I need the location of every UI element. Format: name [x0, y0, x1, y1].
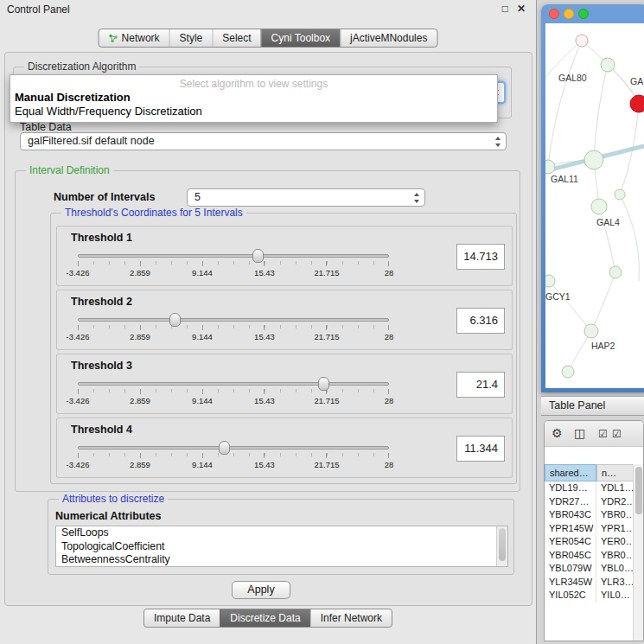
columns-icon[interactable]: ◫: [574, 426, 585, 440]
attributes-list[interactable]: SelfLoopsTopologicalCoefficientBetweenne…: [55, 526, 508, 567]
slider-track[interactable]: [78, 446, 389, 450]
select-all-icon[interactable]: ☑: [598, 428, 608, 440]
close-window-icon[interactable]: [549, 9, 559, 19]
network-edge: [548, 41, 582, 167]
tab-infer-network[interactable]: Infer Network: [310, 609, 392, 627]
table-row[interactable]: YLR345WYLR3…: [545, 576, 633, 590]
tick-labels: -3.4262.8599.14415.4321.71528: [78, 268, 389, 277]
tab-cyni-toolbox[interactable]: Cyni Toolbox: [261, 29, 340, 47]
zoom-window-icon[interactable]: [578, 9, 589, 19]
threshold-value[interactable]: 21.4: [456, 372, 505, 398]
tick-label: 2.859: [130, 460, 150, 469]
network-node[interactable]: [562, 366, 574, 378]
table-row[interactable]: YBR043CYBR0…: [545, 508, 633, 522]
threshold-value[interactable]: 6.316: [456, 308, 505, 334]
scrollbar-thumb[interactable]: [635, 467, 642, 514]
threshold-label: Threshold 4: [71, 424, 132, 436]
tab-label: Network: [122, 32, 160, 44]
tick-label: 28: [385, 332, 394, 341]
threshold-slider[interactable]: -3.4262.8599.14415.4321.71528: [78, 247, 389, 278]
tab-label: Cyni Toolbox: [271, 32, 330, 44]
table-row[interactable]: YBL079WYBL0…: [545, 562, 633, 576]
slider-track[interactable]: [78, 382, 389, 386]
tab-discretize-data[interactable]: Discretize Data: [220, 609, 309, 627]
select-none-icon[interactable]: ☑: [612, 428, 622, 440]
network-node[interactable]: [576, 35, 588, 47]
scrollbar-thumb[interactable]: [499, 528, 506, 561]
tick-labels: -3.4262.8599.14415.4321.71528: [78, 332, 389, 341]
attribute-item[interactable]: SelfLoops: [56, 526, 507, 540]
algorithm-option[interactable]: Equal Width/Frequency Discretization: [10, 105, 497, 118]
node-label: GAL11: [551, 174, 578, 184]
algorithm-group-title: Discretization Algorithm: [24, 61, 139, 73]
apply-button[interactable]: Apply: [232, 581, 290, 599]
tick-label: 28: [385, 460, 394, 469]
number-of-intervals-value: 5: [188, 189, 424, 206]
network-node[interactable]: [601, 58, 615, 72]
tick-label: -3.426: [67, 268, 90, 277]
network-node[interactable]: [545, 275, 555, 287]
tab-network[interactable]: Network: [99, 29, 169, 47]
table-cell: YBR0…: [596, 549, 633, 563]
slider-thumb[interactable]: [318, 377, 329, 391]
threshold-value[interactable]: 14.713: [456, 244, 505, 270]
threshold-slider[interactable]: -3.4262.8599.14415.4321.71528: [78, 439, 389, 470]
network-node[interactable]: [615, 189, 625, 200]
gear-icon[interactable]: ⚙: [552, 426, 563, 440]
network-icon: [109, 34, 118, 43]
stepper-icon[interactable]: [494, 136, 502, 148]
top-tabbar: NetworkStyleSelectCyni ToolboxjActiveMNo…: [99, 29, 438, 48]
slider-track[interactable]: [78, 254, 389, 258]
table-cell: YER0…: [596, 535, 633, 549]
attribute-item[interactable]: BetweennessCentrality: [56, 553, 507, 567]
network-node[interactable]: [591, 199, 607, 214]
float-window-icon[interactable]: □: [502, 3, 508, 15]
table-data-label: Table Data: [20, 121, 72, 133]
threshold-panel: Threshold 3-3.4262.8599.14415.4321.71528…: [56, 354, 513, 414]
slider-track[interactable]: [78, 318, 389, 322]
table-row[interactable]: YDR27…YDR2…: [545, 495, 633, 509]
minimize-window-icon[interactable]: [564, 9, 574, 19]
algorithm-option[interactable]: Manual Discretization: [10, 91, 497, 105]
network-node[interactable]: [584, 150, 603, 169]
slider-thumb[interactable]: [219, 441, 230, 455]
tab-select[interactable]: Select: [212, 29, 260, 47]
table-row[interactable]: YER054CYER0…: [545, 535, 633, 549]
attributes-scrollbar[interactable]: [496, 526, 507, 566]
slider-major-ticks: [78, 389, 389, 394]
table-row[interactable]: YDL19…YDL1…: [545, 481, 633, 495]
tab-jactivemnodules[interactable]: jActiveMNodules: [340, 29, 437, 47]
tab-label: Discretize Data: [230, 612, 300, 624]
threshold-slider[interactable]: -3.4262.8599.14415.4321.71528: [78, 311, 389, 342]
tick-label: 21.715: [314, 396, 339, 405]
column-header[interactable]: shared…: [545, 464, 596, 481]
table-row[interactable]: YPR145WYPR1…: [545, 522, 633, 536]
network-node[interactable]: [584, 324, 598, 338]
table-row[interactable]: YBR045CYBR0…: [545, 549, 633, 563]
network-node[interactable]: [609, 266, 622, 278]
attributes-group-title: Attributes to discretize: [59, 493, 168, 505]
stepper-icon[interactable]: [412, 192, 421, 204]
table-data-value: galFiltered.sif default node: [21, 133, 506, 150]
number-of-intervals-spinner[interactable]: 5: [187, 188, 425, 207]
attribute-item[interactable]: TopologicalCoefficient: [56, 540, 507, 554]
table-cell: YDR2…: [596, 495, 633, 509]
network-node[interactable]: [545, 160, 555, 174]
network-node[interactable]: [630, 95, 644, 112]
table-row[interactable]: YIL052CYIL0…: [545, 589, 633, 603]
slider-thumb[interactable]: [252, 249, 264, 263]
tick-label: 9.144: [192, 332, 213, 341]
tick-label: 9.144: [192, 268, 213, 277]
network-canvas[interactable]: GAL80GAGAL11GAL4GCY1HAP2: [545, 23, 644, 388]
threshold-value[interactable]: 11.344: [456, 436, 505, 462]
threshold-slider[interactable]: -3.4262.8599.14415.4321.71528: [78, 375, 389, 406]
table-data-combobox[interactable]: galFiltered.sif default node: [20, 132, 507, 150]
tick-label: 21.715: [314, 268, 339, 277]
tab-label: Infer Network: [321, 612, 382, 624]
close-icon[interactable]: ✕: [517, 3, 526, 15]
table-cell: YBR045C: [545, 549, 596, 563]
tab-impute-data[interactable]: Impute Data: [144, 609, 220, 627]
slider-thumb[interactable]: [169, 313, 181, 327]
table-scrollbar[interactable]: [633, 464, 643, 641]
tab-style[interactable]: Style: [169, 29, 213, 47]
